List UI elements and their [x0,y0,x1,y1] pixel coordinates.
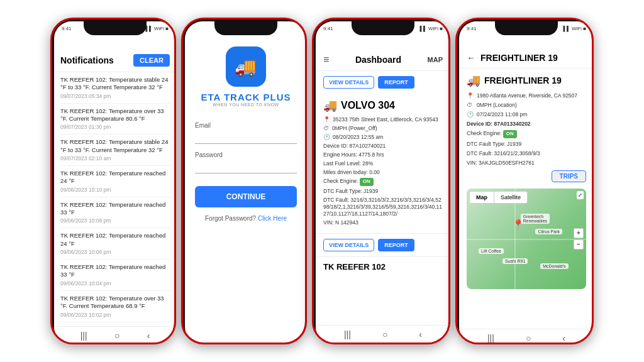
clear-button[interactable]: CLEAR [133,54,170,67]
report-button-top[interactable]: REPORT [378,76,414,89]
fl-check-engine-badge: ON [503,130,517,138]
notifications-title: Notifications [60,55,114,65]
nav-home-1[interactable]: ○ [114,331,119,341]
password-field-wrapper: Password [195,151,297,173]
freightliner-vehicle-name: 🚚 FREIGHTLINER 19 [467,74,586,87]
phone-notifications: 9:41 ▌▌ WiFi ■ Notifications CLEAR TK RE… [50,18,176,344]
bottom-nav-3: ||| ○ ‹ [316,325,450,343]
map-road-vertical [514,189,516,289]
map-tab[interactable]: Map [470,192,494,203]
notification-item: TK REEFER 102: Temperature over 33 °F. C… [60,104,170,135]
map-toggle-button[interactable]: MAP [428,56,443,63]
nav-recent-apps-3[interactable]: ||| [344,329,351,339]
view-details-button-bottom[interactable]: VIEW DETAILS [323,239,374,251]
notification-text: TK REEFER 102: Temperature stable 24 °F … [60,138,170,154]
view-details-button-top[interactable]: VIEW DETAILS [323,76,374,89]
click-here-link[interactable]: Click Here [258,215,287,222]
nav-home-4[interactable]: ○ [526,333,531,343]
password-input[interactable] [195,160,297,173]
fl-dtc-type: DTC Fault Type: J1939 [467,141,586,148]
freightliner-header: ← FREIGHTLINER 19 [459,35,594,69]
vehicle-datetime: 🕐 08/20/2023 12:55 am [323,134,443,141]
email-label: Email [195,122,297,129]
notification-item: TK REEFER 102: Temperature reached 33 °F… [60,260,170,291]
notification-text: TK REEFER 102: Temperature reached 33 °F [60,263,170,279]
notification-item: TK REEFER 102: Temperature stable 24 °F … [60,134,170,166]
time-4: 9:41 [467,26,477,31]
nav-back-3[interactable]: ‹ [419,329,422,339]
clock-icon: 🕐 [323,134,330,140]
notification-item: TK REEFER 102: Temperature over 33 °F. C… [60,291,170,322]
screen-dashboard: 9:41 ▌▌ WiFi ■ ≡ Dashboard MAP VIEW DETA… [316,21,450,344]
hamburger-menu-icon[interactable]: ≡ [323,54,329,65]
email-input[interactable] [195,131,297,144]
map-placeholder: GreentechRenewables Citrus Park Lift Cof… [467,189,586,289]
nav-home-3[interactable]: ○ [382,329,387,339]
notification-time: 09/06/2023 10:02 pm [60,312,170,318]
nav-back-1[interactable]: ‹ [147,331,150,341]
logo-tagline: WHEN YOU NEED TO KNOW [213,102,279,107]
nav-recent-apps-4[interactable]: ||| [487,333,494,343]
dashboard-title: Dashboard [355,55,401,65]
notification-text: TK REEFER 102: Temperature reached 33 °F [60,201,170,217]
map-tabs-row: Map Satellite [469,191,528,204]
zoom-in-button[interactable]: + [574,228,584,238]
vehicle-card-volvo: 🚚 VOLVO 304 📍 35233 75th Street East, Li… [316,94,450,234]
back-button[interactable]: ← [467,53,475,63]
map-pin: 📍 [512,219,525,231]
dashboard-actions-top: VIEW DETAILS REPORT [316,71,450,94]
vehicle-engine-hours: Engine Hours: 4775.8 hrs [323,151,443,158]
map-label-mcdonalds: McDonald's [540,263,568,269]
satellite-tab[interactable]: Satellite [494,192,527,203]
map-zoom-controls: + − [574,228,584,250]
notification-time: 09/06/2023 10:04 pm [60,280,170,287]
dashboard-header: ≡ Dashboard MAP [316,35,450,71]
notification-time: 09/06/2023 10:08 pm [60,217,170,224]
phone-login: 🚚 ETA TRACK PLUS WHEN YOU NEED TO KNOW E… [181,18,307,344]
nav-recent-apps-1[interactable]: ||| [80,331,87,341]
fl-clock-icon: 🕐 [467,111,474,118]
location-pin-icon: 📍 [323,116,330,123]
fl-address: 📍 1980 Atlanta Avenue, Riverside, CA 925… [467,92,586,99]
vehicle-speed: ⏱ 0MPH (Power_Off) [323,125,443,132]
forgot-password-text: Forgot Password? Click Here [205,215,287,222]
bottom-nav-4: ||| ○ ‹ [459,329,594,344]
notification-text: TK REEFER 102: Temperature over 33 °F. C… [60,295,170,310]
report-button-bottom[interactable]: REPORT [378,239,414,251]
fl-datetime: 🕐 07/24/2023 11:08 pm [467,111,586,118]
vehicle-check-engine: Check Engine: ON [323,178,443,185]
truck-icon: 🚚 [235,57,257,77]
time-3: 9:41 [323,26,333,31]
vehicle-vin: VIN: N 142943 [323,219,443,226]
time-1: 9:41 [62,26,72,31]
screen-login: 🚚 ETA TRACK PLUS WHEN YOU NEED TO KNOW E… [185,21,307,344]
expand-map-icon[interactable]: ⤢ [577,191,584,199]
login-screen: 🚚 ETA TRACK PLUS WHEN YOU NEED TO KNOW E… [185,21,307,344]
freightliner-content: 🚚 FREIGHTLINER 19 📍 1980 Atlanta Avenue,… [459,69,594,329]
dashboard-scroll: VIEW DETAILS REPORT 🚚 VOLVO 304 📍 35233 … [316,71,450,325]
vehicle-miles: Miles driven today: 0.00 [323,169,443,176]
nav-back-4[interactable]: ‹ [562,333,565,343]
screen-notifications: 9:41 ▌▌ WiFi ■ Notifications CLEAR TK RE… [54,21,176,344]
notification-item: TK REEFER 102: Temperature reached 24 °F… [60,228,170,260]
vehicle-fuel: Last Fuel Level: 28% [323,160,443,167]
map-label-greentech: GreentechRenewables [521,214,550,224]
notification-item: TK REEFER 102: Temperature reached 33 °F… [60,197,170,229]
bottom-nav-1: ||| ○ ‹ [54,326,176,344]
logo-icon-wrapper: 🚚 [226,47,266,87]
logo-brand: ETA TRACK PLUS [201,92,291,102]
vehicle-name-volvo: 🚚 VOLVO 304 [323,99,443,112]
map-road-horizontal [467,239,586,240]
notification-time: 09/07/2023 05:34 pm [60,93,170,99]
next-vehicle-label: TK REEFER 102 [316,256,450,277]
vehicle-device-id: Device ID: 87A102740021 [323,143,443,150]
phone-freightliner: 9:41 ▌▌ WiFi ■ ← FREIGHTLINER 19 🚚 FREIG… [455,18,594,344]
fl-vin: VIN: 3AKJGLD50ESFH2761 [467,160,586,167]
map-label-citrus: Citrus Park [535,229,562,234]
notifications-header: Notifications CLEAR [54,35,176,72]
continue-button[interactable]: CONTINUE [195,186,297,207]
zoom-out-button[interactable]: − [574,239,584,250]
notch [84,21,147,35]
trips-button[interactable]: TRIPS [552,170,586,182]
fl-speed-icon: ⏱ [467,102,474,108]
